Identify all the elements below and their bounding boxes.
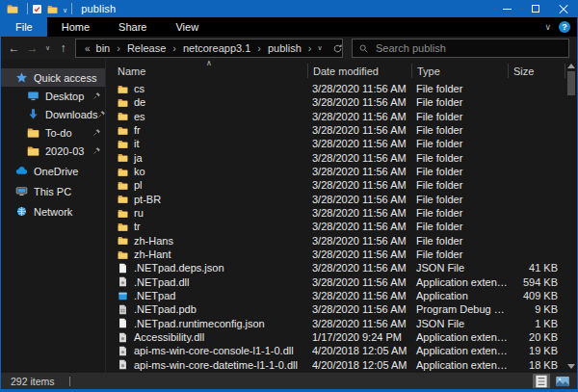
ribbon-tab-bar: FileHomeShareView ∨ ?: [1, 17, 577, 37]
json-file-icon: [118, 263, 128, 274]
collapse-ribbon-chevron-icon[interactable]: ∨: [544, 22, 551, 32]
sidebar-item-network[interactable]: Network: [1, 202, 105, 221]
breadcrumb-chevron-icon[interactable]: ›: [167, 42, 182, 54]
sidebar-item-downloads[interactable]: Downloads: [1, 105, 105, 123]
sidebar-item-quick-access[interactable]: Quick access: [1, 68, 105, 87]
ribbon-tab-home[interactable]: Home: [47, 17, 104, 37]
file-name: ko: [134, 166, 145, 177]
file-name: api-ms-win-core-console-l1-1-0.dll: [134, 345, 294, 356]
sidebar-item-label: Desktop: [45, 91, 84, 102]
customize-chevron-icon[interactable]: ∨: [63, 5, 67, 13]
window-controls: [493, 0, 577, 17]
file-name-cell: .NETpad.runtimeconfig.json: [106, 318, 307, 329]
new-folder-icon[interactable]: [47, 4, 58, 14]
scrollbar-thumb[interactable]: [567, 71, 575, 95]
details-view-button[interactable]: [533, 374, 550, 388]
breadcrumb-segment[interactable]: netcoreapp3.1: [182, 42, 251, 54]
ribbon-tab-share[interactable]: Share: [104, 17, 161, 37]
scroll-down-icon[interactable]: [567, 364, 575, 369]
refresh-icon[interactable]: [332, 43, 343, 54]
file-row[interactable]: api-ms-win-core-console-l1-1-0.dll4/20/2…: [106, 344, 565, 357]
file-type: Application extension: [411, 359, 508, 371]
file-row[interactable]: es3/28/2020 11:56 AMFile folder: [106, 110, 565, 123]
date-modified: 3/28/2020 11:56 AM: [307, 179, 411, 191]
date-modified: 3/28/2020 11:56 AM: [307, 83, 411, 94]
quick-access-toolbar: ∨: [32, 4, 67, 14]
breadcrumb-overflow-chevron-icon[interactable]: «: [85, 43, 91, 54]
forward-button[interactable]: →: [23, 41, 41, 55]
file-name-cell: ko: [106, 166, 307, 177]
breadcrumb-chevron-icon[interactable]: ›: [251, 42, 267, 54]
thumbnails-view-button[interactable]: [554, 374, 571, 388]
file-row[interactable]: Accessibility.dll1/17/2020 9:24 PMApplic…: [106, 330, 565, 344]
file-row[interactable]: it3/28/2020 11:56 AMFile folder: [106, 137, 565, 150]
file-row[interactable]: zh-Hans3/28/2020 11:56 AMFile folder: [106, 234, 565, 248]
address-dropdown-chevron-icon[interactable]: ∨: [318, 44, 323, 52]
maximize-button[interactable]: [521, 0, 549, 17]
date-modified: 3/28/2020 11:56 AM: [307, 318, 411, 329]
date-modified: 3/28/2020 11:56 AM: [307, 166, 411, 177]
column-header-type[interactable]: Type: [411, 64, 508, 78]
file-row[interactable]: .NETpad.dll3/28/2020 11:56 AMApplication…: [106, 275, 565, 289]
file-row[interactable]: pl3/28/2020 11:56 AMFile folder: [106, 178, 565, 192]
file-row[interactable]: ko3/28/2020 11:56 AMFile folder: [106, 165, 565, 178]
file-row[interactable]: .NETpad.runtimeconfig.json3/28/2020 11:5…: [106, 317, 565, 330]
ribbon-tab-view[interactable]: View: [161, 17, 213, 37]
file-row[interactable]: fr3/28/2020 11:56 AMFile folder: [106, 123, 565, 137]
file-name-cell: it: [106, 138, 307, 149]
sidebar-item-to-do[interactable]: To-do: [1, 123, 105, 142]
sidebar-item-2020-03[interactable]: 2020-03: [1, 142, 105, 160]
scroll-up-icon[interactable]: [567, 64, 575, 68]
ribbon-tab-file[interactable]: File: [1, 17, 47, 37]
folder-icon: [118, 167, 128, 177]
breadcrumb-chevron-icon[interactable]: ›: [302, 42, 318, 54]
breadcrumb-segment[interactable]: Release: [126, 42, 167, 54]
file-type: File folder: [411, 83, 508, 94]
file-name: zh-Hans: [134, 235, 173, 247]
file-row[interactable]: de3/28/2020 11:56 AMFile folder: [106, 95, 565, 109]
minimize-button[interactable]: [493, 0, 521, 17]
file-row[interactable]: zh-Hant3/28/2020 11:56 AMFile folder: [106, 248, 565, 261]
back-button[interactable]: ←: [5, 41, 23, 55]
file-size: 20 KB: [508, 331, 558, 343]
file-row[interactable]: api-ms-win-core-datetime-l1-1-0.dll4/20/…: [106, 358, 565, 372]
vertical-scrollbar[interactable]: [565, 61, 577, 372]
breadcrumb-segment[interactable]: publish: [267, 42, 302, 54]
up-button[interactable]: ↑: [54, 41, 72, 55]
column-header-date-modified[interactable]: Date modified: [307, 64, 411, 78]
file-name-cell: fr: [106, 124, 307, 136]
close-icon: [559, 4, 568, 13]
title-bar: ∨ publish: [1, 0, 577, 17]
properties-check-icon[interactable]: [32, 4, 42, 14]
file-row[interactable]: pt-BR3/28/2020 11:56 AMFile folder: [106, 193, 565, 206]
search-input[interactable]: Search publish: [352, 39, 569, 58]
sidebar-item-onedrive[interactable]: OneDrive: [1, 162, 105, 180]
file-row[interactable]: cs3/28/2020 11:56 AMFile folder: [106, 82, 565, 95]
file-name-cell: cs: [106, 83, 307, 94]
close-button[interactable]: [549, 0, 577, 17]
help-icon[interactable]: ?: [559, 21, 570, 33]
file-row[interactable]: tr3/28/2020 11:56 AMFile folder: [106, 220, 565, 233]
maximize-icon: [532, 5, 539, 13]
sidebar-item-this-pc[interactable]: This PC: [1, 182, 105, 200]
file-size: 594 KB: [508, 276, 558, 288]
file-row[interactable]: .NETpad.deps.json3/28/2020 11:56 AMJSON …: [106, 261, 565, 274]
view-switcher: [533, 374, 577, 388]
file-row[interactable]: ja3/28/2020 11:56 AMFile folder: [106, 151, 565, 165]
file-row[interactable]: .NETpad.pdb3/28/2020 11:56 AMProgram Deb…: [106, 302, 565, 316]
dll-file-icon: [118, 346, 128, 356]
recent-locations-chevron-icon[interactable]: ∨: [41, 44, 54, 52]
breadcrumb-chevron-icon[interactable]: ›: [111, 42, 126, 54]
file-row[interactable]: .NETpad3/28/2020 11:56 AMApplication409 …: [106, 289, 565, 302]
column-header-size[interactable]: Size: [508, 64, 565, 78]
file-row[interactable]: ru3/28/2020 11:56 AMFile folder: [106, 206, 565, 220]
date-modified: 3/28/2020 11:56 AM: [307, 111, 411, 122]
file-type: JSON File: [411, 262, 508, 274]
address-bar[interactable]: « bin›Release›netcoreapp3.1›publish› ∨: [75, 39, 343, 58]
file-type: JSON File: [411, 318, 508, 329]
sidebar-item-desktop[interactable]: Desktop: [1, 87, 105, 105]
pin-icon: [92, 128, 101, 137]
breadcrumb-segment[interactable]: bin: [95, 42, 112, 54]
file-type: Application extension: [411, 276, 508, 288]
file-name-cell: api-ms-win-core-console-l1-1-0.dll: [106, 345, 307, 356]
